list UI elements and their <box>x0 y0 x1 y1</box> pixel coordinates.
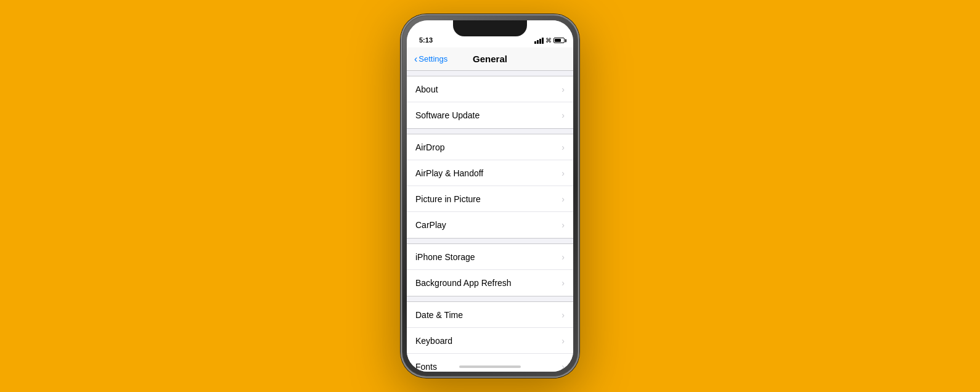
page-title: General <box>473 54 507 64</box>
chevron-right-icon: › <box>561 110 565 120</box>
wifi-icon: ⌘ <box>545 37 552 44</box>
settings-item-label: Keyboard <box>415 336 452 346</box>
chevron-right-icon: › <box>561 142 565 152</box>
chevron-right-icon: › <box>561 336 565 346</box>
list-item[interactable]: Fonts› <box>407 354 573 372</box>
settings-item-label: Picture in Picture <box>415 194 481 204</box>
list-item[interactable]: Background App Refresh› <box>407 270 573 296</box>
phone-notch <box>453 20 527 36</box>
battery-icon <box>553 38 565 43</box>
settings-item-label: CarPlay <box>415 220 446 230</box>
list-item[interactable]: iPhone Storage› <box>407 244 573 270</box>
chevron-right-icon: › <box>561 278 565 288</box>
settings-group-2: AirDrop›AirPlay & Handoff›Picture in Pic… <box>407 134 573 239</box>
list-item[interactable]: AirDrop› <box>407 134 573 160</box>
home-indicator <box>459 365 521 368</box>
back-chevron-icon: ‹ <box>414 54 417 64</box>
chevron-right-icon: › <box>561 252 565 262</box>
status-icons: ⌘ <box>534 37 565 44</box>
settings-item-label: About <box>415 84 438 94</box>
settings-item-label: AirPlay & Handoff <box>415 168 483 178</box>
settings-item-label: AirDrop <box>415 142 444 152</box>
settings-list: About›Software Update›AirDrop›AirPlay & … <box>407 71 573 372</box>
settings-item-label: iPhone Storage <box>415 252 475 262</box>
chevron-right-icon: › <box>561 84 565 94</box>
settings-group-1: About›Software Update› <box>407 76 573 129</box>
status-time: 5:13 <box>419 36 433 44</box>
back-button[interactable]: ‹ Settings <box>414 54 447 64</box>
settings-item-label: Date & Time <box>415 310 463 320</box>
list-item[interactable]: About› <box>407 76 573 102</box>
chevron-right-icon: › <box>561 168 565 178</box>
phone-device: 5:13 ⌘ ‹ Settings <box>401 14 579 378</box>
list-item[interactable]: Software Update› <box>407 102 573 128</box>
chevron-right-icon: › <box>561 220 565 230</box>
signal-icon <box>534 38 544 44</box>
list-item[interactable]: Keyboard› <box>407 328 573 354</box>
list-item[interactable]: Picture in Picture› <box>407 186 573 212</box>
settings-item-label: Software Update <box>415 110 480 120</box>
settings-item-label: Fonts <box>415 362 437 372</box>
settings-group-4: Date & Time›Keyboard›Fonts›Language & Re… <box>407 301 573 372</box>
phone-screen: 5:13 ⌘ ‹ Settings <box>407 20 573 372</box>
nav-bar: ‹ Settings General <box>407 47 573 71</box>
chevron-right-icon: › <box>561 310 565 320</box>
list-item[interactable]: Date & Time› <box>407 302 573 328</box>
list-item[interactable]: CarPlay› <box>407 212 573 238</box>
list-item[interactable]: AirPlay & Handoff› <box>407 160 573 186</box>
settings-item-label: Background App Refresh <box>415 278 512 288</box>
settings-group-3: iPhone Storage›Background App Refresh› <box>407 243 573 296</box>
chevron-right-icon: › <box>561 194 565 204</box>
screen-content: ‹ Settings General About›Software Update… <box>407 47 573 372</box>
back-label: Settings <box>419 54 447 63</box>
